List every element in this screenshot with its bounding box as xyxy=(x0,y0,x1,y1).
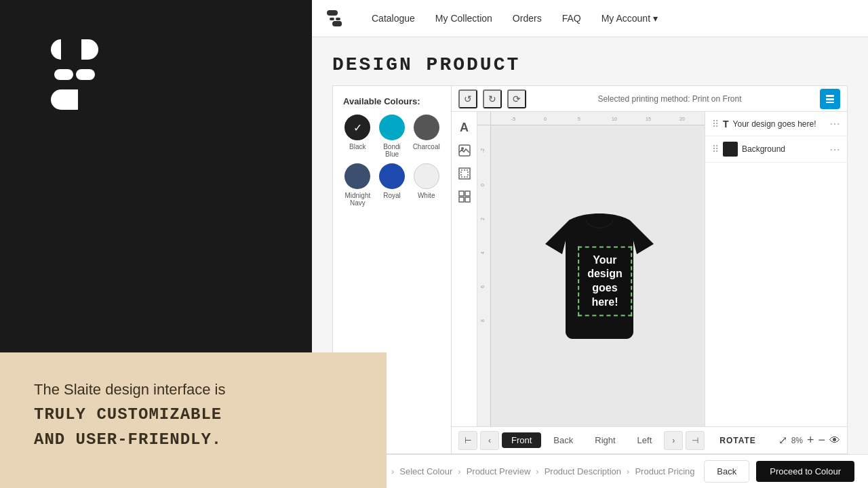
svg-rect-13 xyxy=(336,18,340,20)
layer-item-background[interactable]: ⠿ Background ⋯ xyxy=(705,136,847,163)
layer-name-background: Background xyxy=(742,144,825,154)
layer-item-text[interactable]: ⠿ T Your design goes here! ⋯ xyxy=(705,112,847,136)
svg-rect-16 xyxy=(826,102,834,103)
svg-text:8: 8 xyxy=(480,319,485,322)
colour-midnight-navy[interactable]: Midnight Navy xyxy=(343,163,372,207)
view-tools-right: ⤢ 8% + − 👁 xyxy=(778,433,840,447)
nav-catalogue[interactable]: Catalogue xyxy=(372,13,415,24)
redo-button[interactable]: ↻ xyxy=(483,89,502,108)
breadcrumb-product-preview[interactable]: Product Preview xyxy=(467,466,531,476)
breadcrumb-sep-1: › xyxy=(391,466,394,476)
colour-swatch-charcoal xyxy=(414,115,439,140)
crop-tool-button[interactable] xyxy=(454,163,475,184)
proceed-button[interactable]: Proceed to Colour xyxy=(756,461,854,482)
left-tools: A xyxy=(452,112,477,426)
tab-front[interactable]: Front xyxy=(502,432,541,448)
layer-name-text: Your design goes here! xyxy=(733,119,825,129)
colour-black[interactable]: ✓ Black xyxy=(343,115,372,158)
background-thumbnail xyxy=(723,142,738,157)
svg-text:-2: -2 xyxy=(480,148,485,152)
svg-rect-14 xyxy=(826,95,834,97)
breadcrumb-sep-4: › xyxy=(627,466,629,476)
preview-icon[interactable]: 👁 xyxy=(829,434,840,447)
layers-button[interactable] xyxy=(820,89,840,109)
tshirt-container: Yourdesigngoeshere! xyxy=(521,200,677,356)
nav-faq[interactable]: FAQ xyxy=(562,13,581,24)
svg-text:0: 0 xyxy=(544,117,547,121)
drag-handle-bg-icon: ⠿ xyxy=(712,144,719,155)
nav-my-account[interactable]: My Account ▾ xyxy=(601,13,658,24)
svg-text:4: 4 xyxy=(480,251,485,254)
chevron-down-icon: ▾ xyxy=(653,13,658,24)
tab-left[interactable]: Left xyxy=(628,432,662,448)
colour-white[interactable]: White xyxy=(412,163,441,207)
reset-button[interactable]: ⟳ xyxy=(507,89,526,108)
layer-more-icon[interactable]: ⋯ xyxy=(829,117,840,130)
editor-toolbar: ↺ ↻ ⟳ Selected printing method: Print on… xyxy=(452,86,847,112)
main-content: DESIGN PRODUCT Available Colours: ✓ Blac… xyxy=(312,37,868,454)
grid-tool-button[interactable] xyxy=(454,186,475,207)
colour-bondi-blue[interactable]: Bondi Blue xyxy=(378,115,407,158)
app-panel: Catalogue My Collection Orders FAQ My Ac… xyxy=(312,0,868,488)
colour-label-royal: Royal xyxy=(383,192,401,199)
colour-swatch-midnight-navy xyxy=(344,163,370,189)
layers-panel: ⠿ T Your design goes here! ⋯ ⠿ Backgroun… xyxy=(705,112,847,426)
design-overlay[interactable]: Yourdesigngoeshere! xyxy=(578,246,632,316)
view-tabs: ⊢ ‹ Front Back Right Left › ⊣ ROTATE ⤢ 8… xyxy=(452,426,847,453)
svg-text:0: 0 xyxy=(480,184,485,186)
printing-method-label: Selected printing method: Print on Front xyxy=(597,94,741,104)
breadcrumb-sep-2: › xyxy=(458,466,460,476)
testimonial-line1: The Slaite design interface is xyxy=(34,381,226,398)
zoom-out-icon[interactable]: − xyxy=(818,433,825,447)
text-tool-button[interactable]: A xyxy=(454,117,475,138)
svg-rect-7 xyxy=(76,69,95,80)
rotate-button[interactable]: ROTATE xyxy=(713,433,763,448)
breadcrumb-product-pricing[interactable]: Product Pricing xyxy=(635,466,694,476)
colour-label-black: Black xyxy=(349,143,366,150)
editor-area: ↺ ↻ ⟳ Selected printing method: Print on… xyxy=(451,85,848,454)
colour-label-midnight-navy: Midnight Navy xyxy=(343,192,372,207)
svg-rect-6 xyxy=(54,69,73,80)
svg-rect-11 xyxy=(336,21,342,26)
breadcrumb-product-description[interactable]: Product Description xyxy=(545,466,621,476)
view-next-button[interactable]: › xyxy=(664,431,683,450)
colour-label-charcoal: Charcoal xyxy=(413,143,440,150)
nav-orders[interactable]: Orders xyxy=(513,13,542,24)
back-button[interactable]: Back xyxy=(704,460,749,483)
breadcrumb-select-colour[interactable]: Select Colour xyxy=(399,466,452,476)
view-first-button[interactable]: ⊢ xyxy=(458,431,477,450)
canvas-area[interactable]: -5 0 5 10 15 20 25 30 35 40 xyxy=(477,112,705,426)
colour-royal[interactable]: Royal xyxy=(378,163,407,207)
svg-text:-5: -5 xyxy=(511,117,515,121)
nav-my-collection[interactable]: My Collection xyxy=(435,13,492,24)
colour-swatch-white xyxy=(414,163,439,189)
fullscreen-icon[interactable]: ⤢ xyxy=(778,434,787,447)
testimonial-line2: TRULY CUSTOMIZABLE xyxy=(34,403,353,426)
layer-more-bg-icon[interactable]: ⋯ xyxy=(829,143,840,156)
svg-rect-12 xyxy=(330,18,334,20)
svg-rect-9 xyxy=(327,10,332,16)
design-text: Yourdesigngoeshere! xyxy=(587,253,623,307)
svg-rect-23 xyxy=(459,197,464,202)
svg-text:6: 6 xyxy=(480,285,485,288)
svg-rect-5 xyxy=(78,89,98,110)
view-last-button[interactable]: ⊣ xyxy=(686,431,705,450)
colour-charcoal[interactable]: Charcoal xyxy=(412,115,441,158)
breadcrumb-bar: Design Product › Select Colour › Product… xyxy=(312,454,868,488)
undo-button[interactable]: ↺ xyxy=(458,89,477,108)
tab-back[interactable]: Back xyxy=(544,432,583,448)
navbar: Catalogue My Collection Orders FAQ My Ac… xyxy=(312,0,868,37)
design-area: Available Colours: ✓ Black Bondi Blue xyxy=(332,85,848,454)
view-prev-button[interactable]: ‹ xyxy=(480,431,499,450)
tab-right[interactable]: Right xyxy=(585,432,625,448)
zoom-in-icon[interactable]: + xyxy=(807,433,814,447)
colour-panel-title: Available Colours: xyxy=(343,96,441,106)
text-layer-icon: T xyxy=(723,119,729,129)
colour-swatch-royal xyxy=(379,163,405,189)
drag-handle-icon: ⠿ xyxy=(712,119,719,129)
image-tool-button[interactable] xyxy=(454,140,475,161)
colour-swatch-bondi-blue xyxy=(379,115,405,140)
svg-rect-2 xyxy=(61,39,81,60)
svg-rect-20 xyxy=(461,170,468,177)
svg-rect-22 xyxy=(465,191,470,196)
